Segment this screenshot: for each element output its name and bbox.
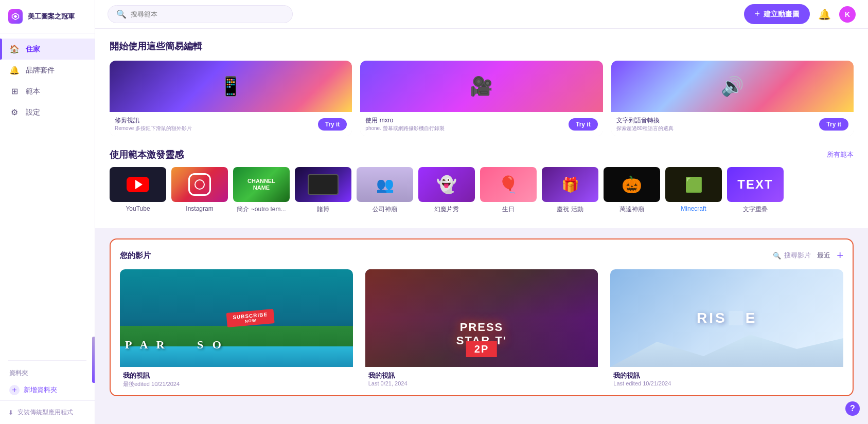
search-bar[interactable]: 🔍 — [108, 5, 293, 23]
2p-badge: 2P — [466, 341, 497, 357]
feature-card-2-desc: phone. 螢幕或網路攝影機自行錄製 — [365, 125, 444, 132]
mountain-shape — [610, 331, 843, 367]
phone-icon: 📱 — [219, 76, 242, 97]
purple-decoration — [92, 337, 95, 383]
video-card-1[interactable]: P A R S O SUBSCRIBE NOW 我的視訊 最後edited 10… — [120, 269, 353, 395]
ghost-thumb: 👻 — [418, 167, 475, 202]
feature-card-2-title: 使用 mxro — [365, 116, 444, 125]
videos-title: 您的影片 — [120, 251, 151, 261]
feature-card-edit-video: 📱 修剪視訊 Remove 多按鈕下滑鼠的額外影片 Try it — [110, 61, 352, 136]
video-bg-1: P A R S O SUBSCRIBE NOW — [120, 269, 353, 367]
sidebar-item-templates[interactable]: ⊞ 範本 — [0, 81, 95, 102]
video-card-3[interactable]: RIS E 我的視訊 Last edited 10/21/2024 — [610, 269, 843, 395]
template-youtube[interactable]: YouTube — [110, 167, 166, 214]
add-folder-button[interactable]: + 新增資料夾 — [0, 380, 95, 400]
videos-actions: 🔍 搜尋影片 最近 + — [773, 249, 843, 262]
content-area: 開始使用這些簡易編輯 📱 修剪視訊 Remove 多按鈕下滑鼠的額外影片 Try… — [95, 29, 868, 424]
birthday-label: 生日 — [502, 205, 515, 214]
feature-card-mxro: 🎥 使用 mxro phone. 螢幕或網路攝影機自行錄製 Try it — [360, 61, 603, 136]
try-btn-1[interactable]: Try it — [318, 118, 347, 131]
2p-text: 2P — [466, 341, 497, 357]
feature-card-3-info: 文字到語音轉換 探索超過80種語言的選真 Try it — [611, 112, 854, 136]
sidebar: 美工圖案之冠軍 🏠 住家 🔔 品牌套件 ⊞ 範本 ⚙ 設定 資料夾 + 新增資料… — [0, 0, 95, 424]
corp-label: 公司神廟 — [373, 205, 397, 214]
minecraft-thumb: 🟩 — [665, 167, 722, 202]
template-minecraft[interactable]: 🟩 Minecraft — [665, 167, 722, 214]
now-text: NOW — [245, 318, 257, 324]
search-input[interactable] — [131, 10, 284, 18]
sidebar-item-brand-label: 品牌套件 — [26, 66, 55, 75]
search-icon: 🔍 — [116, 9, 127, 19]
ghost-icon: 👻 — [436, 175, 457, 194]
sidebar-item-home-label: 住家 — [26, 45, 40, 54]
minecraft-icon: 🟩 — [685, 176, 703, 193]
template-celebration[interactable]: 🎁 慶祝 活動 — [542, 167, 598, 214]
video-edited-1: 最後edited 10/21/2024 — [123, 380, 350, 388]
text-overlay-thumb: TEXT — [727, 167, 784, 202]
template-channel[interactable]: CHANNELNAME 簡介 ~outro tem... — [233, 167, 290, 214]
video-bg-3: RIS E — [610, 269, 843, 367]
try-btn-2[interactable]: Try it — [569, 118, 598, 131]
create-button-label: 建立動畫圖 — [764, 10, 800, 19]
try-btn-3[interactable]: Try it — [819, 118, 848, 131]
sidebar-item-brand[interactable]: 🔔 品牌套件 — [0, 60, 95, 81]
youtube-icon — [127, 177, 149, 192]
sidebar-item-settings-label: 設定 — [26, 108, 40, 117]
sidebar-divider — [8, 360, 86, 361]
video-info-3: 我的視訊 Last edited 10/21/2024 — [610, 367, 843, 394]
templates-header: 使用範本激發靈感 所有範本 — [110, 149, 854, 161]
all-templates-link[interactable]: 所有範本 — [827, 150, 854, 159]
corp-thumb: 👥 — [357, 167, 413, 202]
videos-search[interactable]: 🔍 搜尋影片 — [773, 251, 811, 260]
gear-icon: ⚙ — [9, 107, 20, 117]
video-name-2: 我的視訊 — [368, 371, 595, 380]
rise-gap — [729, 311, 743, 325]
rise-e: E — [746, 310, 757, 326]
halloween-thumb: 🎃 — [604, 167, 660, 202]
grid-icon: ⊞ — [9, 86, 20, 96]
template-corp[interactable]: 👥 公司神廟 — [357, 167, 413, 214]
sidebar-item-settings[interactable]: ⚙ 設定 — [0, 102, 95, 123]
template-instagram[interactable]: Instagram — [171, 167, 228, 214]
feature-card-2-info: 使用 mxro phone. 螢幕或網路攝影機自行錄製 Try it — [360, 112, 603, 136]
feature-card-1-desc: Remove 多按鈕下滑鼠的額外影片 — [115, 125, 192, 132]
template-ghost[interactable]: 👻 幻魔片秀 — [418, 167, 475, 214]
birthday-thumb: 🎈 — [480, 167, 537, 202]
video-bg-2: PRESSSTAR-T' 2P — [365, 269, 598, 367]
sidebar-nav: 🏠 住家 🔔 品牌套件 ⊞ 範本 ⚙ 設定 — [0, 33, 95, 356]
add-icon: + — [9, 385, 20, 395]
notification-button[interactable]: 🔔 — [818, 8, 831, 21]
install-app-button[interactable]: ⬇ 安裝傳統型應用程式 — [0, 400, 95, 424]
text-overlay-icon: TEXT — [737, 177, 773, 192]
rise-text: RIS E — [697, 310, 757, 326]
video-info-1: 我的視訊 最後edited 10/21/2024 — [120, 367, 353, 395]
gaming-label: 賭博 — [317, 205, 329, 214]
speaker-icon: 🔊 — [721, 76, 744, 97]
template-gaming[interactable]: 賭博 — [295, 167, 351, 214]
video-edited-3: Last edited 10/21/2024 — [613, 380, 840, 386]
pumpkin-icon: 🎃 — [622, 175, 642, 194]
folders-label: 資料夾 — [0, 365, 95, 380]
help-button[interactable]: ? — [845, 401, 860, 416]
halloween-label: 萬達神廟 — [619, 205, 644, 214]
instagram-label: Instagram — [186, 205, 213, 212]
instagram-icon — [188, 173, 211, 196]
video-thumb-3: RIS E — [610, 269, 843, 367]
video-grid: P A R S O SUBSCRIBE NOW 我的視訊 最後edited 10… — [120, 269, 843, 395]
add-video-button[interactable]: + — [837, 249, 843, 262]
video-thumb-1: P A R S O SUBSCRIBE NOW — [120, 269, 353, 367]
sidebar-item-home[interactable]: 🏠 住家 — [0, 39, 95, 60]
ghost-label: 幻魔片秀 — [434, 205, 459, 214]
gaming-thumb — [295, 167, 351, 202]
template-text-overlay[interactable]: TEXT 文字重疊 — [727, 167, 784, 214]
videos-sort[interactable]: 最近 — [817, 251, 830, 260]
create-button[interactable]: + 建立動畫圖 — [744, 4, 810, 24]
logo-icon — [8, 9, 23, 24]
template-birthday[interactable]: 🎈 生日 — [480, 167, 537, 214]
video-card-2[interactable]: PRESSSTAR-T' 2P 我的視訊 Last 0/21, 2024 — [365, 269, 598, 395]
sidebar-item-templates-label: 範本 — [26, 87, 40, 96]
celebration-icon: 🎁 — [561, 176, 579, 193]
template-halloween[interactable]: 🎃 萬達神廟 — [604, 167, 660, 214]
avatar[interactable]: K — [839, 6, 856, 23]
main-area: 🔍 + 建立動畫圖 🔔 K 開始使用這些簡易編輯 📱 — [95, 0, 868, 424]
